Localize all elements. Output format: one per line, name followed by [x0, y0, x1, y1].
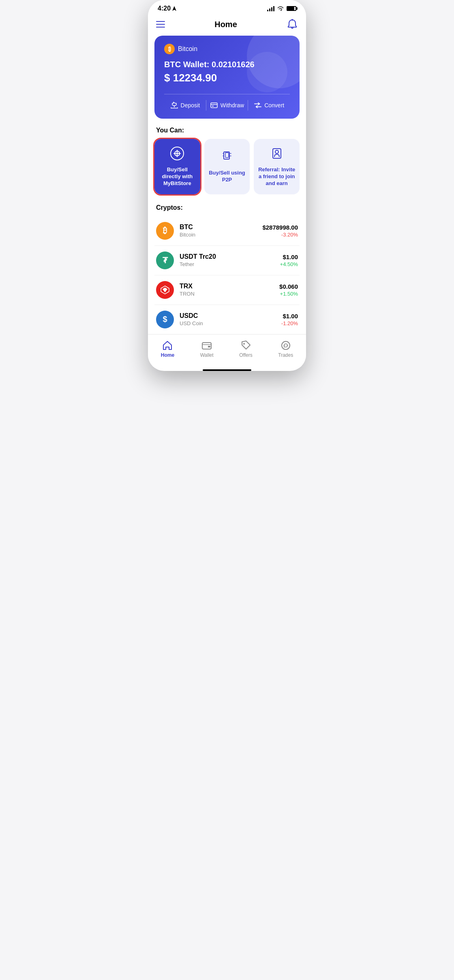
status-icons [267, 6, 296, 11]
phone-frame: 4:20 [148, 0, 306, 371]
usdc-price-value: $1.00 [281, 313, 298, 320]
deposit-icon [170, 102, 178, 109]
usdt-info: USDT Trc20 Tether [180, 253, 280, 267]
trx-icon-wrap [156, 281, 174, 299]
withdraw-button[interactable]: Withdraw [206, 100, 248, 111]
time-display: 4:20 [158, 5, 171, 12]
trx-price-value: $0.060 [279, 283, 298, 290]
trx-symbol: TRX [180, 283, 279, 290]
coin-name: Bitcoin [178, 45, 197, 53]
usdt-price: $1.00 +4.50% [280, 254, 298, 267]
withdraw-label: Withdraw [221, 102, 244, 109]
p2p-label: Buy/Sell using P2P [208, 170, 246, 183]
crypto-item-trx[interactable]: TRX TRON $0.060 +1.50% [154, 275, 300, 305]
btc-info: BTC Bitcoin [180, 224, 262, 238]
usdc-price: $1.00 -1.20% [281, 313, 298, 326]
status-bar: 4:20 [148, 0, 306, 15]
nav-wallet[interactable]: Wallet [195, 339, 218, 360]
usdc-name: USD Coin [180, 320, 281, 326]
offers-nav-label: Offers [239, 352, 252, 358]
btc-icon: ₿ [164, 44, 175, 54]
svg-rect-3 [212, 106, 214, 107]
you-can-title: You Can: [148, 127, 306, 139]
svg-point-17 [287, 345, 288, 346]
p2p-icon [220, 149, 234, 166]
trades-nav-label: Trades [278, 352, 293, 358]
withdraw-icon [210, 102, 218, 109]
usdt-price-value: $1.00 [280, 254, 298, 260]
btc-icon-wrap: ₿ [156, 222, 174, 240]
bottom-nav: Home Wallet Offers [148, 334, 306, 368]
crypto-item-usdc[interactable]: $ USDC USD Coin $1.00 -1.20% [154, 305, 300, 334]
btc-change: -3.20% [262, 232, 298, 238]
trx-price: $0.060 +1.50% [279, 283, 298, 297]
svg-point-15 [282, 341, 290, 349]
page-title: Home [214, 20, 237, 29]
trx-change: +1.50% [279, 291, 298, 297]
btc-name: Bitcoin [180, 232, 262, 238]
usdt-icon-wrap: ₮ [156, 251, 174, 269]
buy-sell-direct-label: Buy/Sell directly with MyBitStore [158, 166, 196, 187]
usdt-change: +4.50% [280, 261, 298, 267]
svg-marker-0 [172, 6, 176, 11]
btc-price-value: $2878998.00 [262, 224, 298, 231]
referral-card[interactable]: Referral: Invite a friend to join and ea… [254, 139, 300, 194]
buy-sell-direct-icon [170, 146, 184, 162]
notification-bell-icon[interactable] [287, 19, 298, 30]
usdc-change: -1.20% [281, 320, 298, 326]
nav-trades[interactable]: Trades [273, 339, 298, 360]
crypto-item-usdt[interactable]: ₮ USDT Trc20 Tether $1.00 +4.50% [154, 246, 300, 275]
referral-label: Referral: Invite a friend to join and ea… [258, 166, 296, 187]
trx-name: TRON [180, 291, 279, 297]
svg-point-1 [291, 19, 293, 21]
convert-label: Convert [264, 102, 284, 109]
svg-point-9 [275, 150, 278, 153]
crypto-item-btc[interactable]: ₿ BTC Bitcoin $2878998.00 -3.20% [154, 216, 300, 246]
home-nav-label: Home [161, 352, 174, 358]
usdc-info: USDC USD Coin [180, 312, 281, 326]
wallet-usd-value: $ 12234.90 [164, 72, 290, 84]
svg-rect-2 [211, 103, 217, 108]
nav-offers[interactable]: Offers [234, 339, 257, 360]
deposit-button[interactable]: Deposit [164, 100, 206, 111]
wallet-nav-icon [201, 340, 212, 351]
svg-point-16 [283, 345, 285, 346]
status-time: 4:20 [158, 5, 176, 12]
bitcoin-label: ₿ Bitcoin [164, 44, 290, 54]
home-indicator [203, 369, 251, 371]
offers-nav-icon [240, 340, 251, 351]
wallet-actions: Deposit Withdraw Convert [164, 94, 290, 111]
svg-point-14 [243, 343, 245, 345]
trades-nav-icon [281, 340, 291, 351]
deposit-label: Deposit [181, 102, 200, 109]
nav-home[interactable]: Home [156, 339, 179, 360]
action-cards-container: Buy/Sell directly with MyBitStore Buy/Se… [148, 139, 306, 204]
home-nav-icon [162, 340, 173, 351]
btc-price: $2878998.00 -3.20% [262, 224, 298, 238]
wifi-icon [277, 6, 284, 11]
convert-button[interactable]: Convert [248, 100, 290, 111]
trx-info: TRX TRON [180, 283, 279, 297]
cryptos-title: Cryptos: [148, 204, 306, 216]
app-header: Home [148, 15, 306, 36]
battery-icon [287, 6, 296, 11]
usdc-icon-wrap: $ [156, 311, 174, 328]
svg-marker-11 [163, 288, 167, 292]
usdc-symbol: USDC [180, 312, 281, 320]
btc-symbol: BTC [180, 224, 262, 231]
hamburger-menu-icon[interactable] [156, 21, 165, 28]
wallet-card: ₿ Bitcoin BTC Wallet: 0.02101626 $ 12234… [154, 36, 300, 119]
svg-rect-7 [225, 153, 229, 158]
wallet-btc-amount: BTC Wallet: 0.02101626 [164, 60, 290, 69]
svg-rect-13 [208, 346, 210, 347]
usdt-symbol: USDT Trc20 [180, 253, 280, 260]
usdt-name: Tether [180, 261, 280, 267]
wallet-nav-label: Wallet [200, 352, 214, 358]
buy-sell-direct-card[interactable]: Buy/Sell directly with MyBitStore [154, 139, 200, 194]
referral-icon [270, 146, 284, 162]
crypto-list: ₿ BTC Bitcoin $2878998.00 -3.20% ₮ USDT … [148, 216, 306, 334]
buy-sell-p2p-card[interactable]: Buy/Sell using P2P [204, 139, 250, 194]
location-arrow-icon [172, 6, 176, 11]
convert-icon [254, 102, 262, 109]
signal-bars-icon [267, 6, 274, 11]
